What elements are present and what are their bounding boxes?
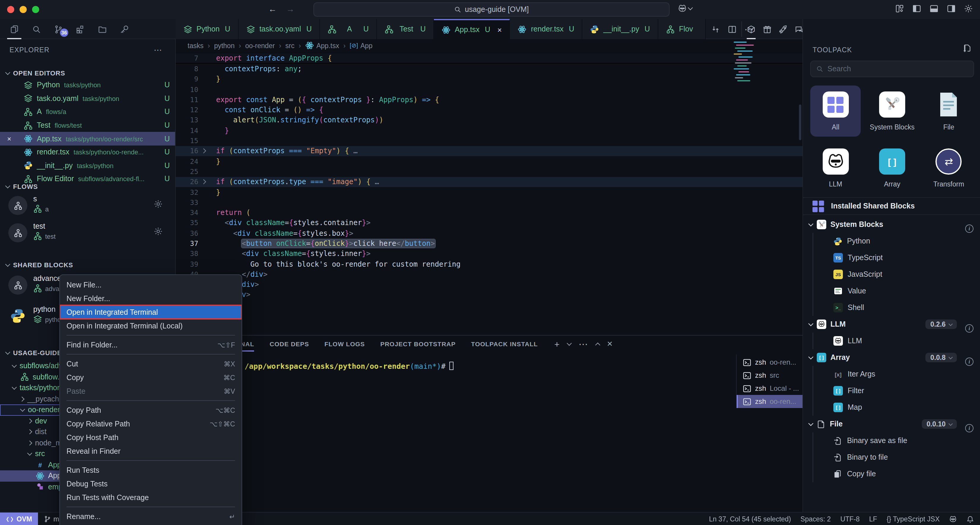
block-python[interactable]: Python: [813, 233, 980, 249]
block-binary-to-file[interactable]: Binary to file: [813, 449, 980, 466]
block-javascript[interactable]: JSJavaScript: [813, 266, 980, 283]
key-icon[interactable]: [118, 19, 130, 39]
terminal-session[interactable]: zshLocal - ...: [737, 382, 802, 395]
open-editor-App.tsx[interactable]: × App.tsx tasks/python/oo-render/src U: [0, 132, 176, 145]
group-file[interactable]: File 0.0.10 i: [803, 416, 980, 432]
notifications-bell-icon[interactable]: [966, 515, 974, 523]
version-select[interactable]: 0.0.10: [922, 419, 957, 429]
terminal-prompt[interactable]: /app/workspace/tasks/python/oo-render (m…: [245, 362, 453, 370]
breadcrumb-src[interactable]: src: [285, 42, 295, 49]
editor-scrollbar[interactable]: [799, 105, 801, 140]
tab-Python[interactable]: Python U: [176, 19, 239, 39]
code-line-16[interactable]: 16 if (contextProps === "Empty") { …: [176, 146, 802, 156]
tab-Flov[interactable]: Flov: [658, 19, 705, 39]
tab-A[interactable]: A U: [320, 19, 377, 39]
group-array[interactable]: [ ]Array 0.0.8 i: [803, 349, 980, 366]
version-select[interactable]: 0.2.6: [926, 319, 957, 329]
maximize-panel-icon[interactable]: [595, 342, 600, 348]
category-file[interactable]: File: [923, 86, 974, 137]
tab-Test[interactable]: Test U: [377, 19, 434, 39]
group-system-blocks[interactable]: System Blocks i: [803, 216, 980, 233]
layout-grid-icon[interactable]: [895, 4, 904, 13]
assistant-menu-button[interactable]: [678, 4, 692, 13]
open-editor-Test[interactable]: Test flows/test U: [0, 119, 176, 132]
code-line-33[interactable]: 33: [176, 197, 802, 207]
minimap[interactable]: [733, 41, 776, 95]
menu-item-debug-tests[interactable]: Debug Tests: [60, 477, 242, 491]
code-line-25[interactable]: 25: [176, 167, 802, 177]
open-editors-section[interactable]: OPEN EDITORS: [6, 70, 65, 77]
category-transform[interactable]: ⇄ Transform: [923, 142, 974, 194]
code-line-10[interactable]: 10: [176, 85, 802, 95]
menu-item-run-tests-with-coverage[interactable]: Run Tests with Coverage: [60, 491, 242, 504]
open-editor-__init__.py[interactable]: __init__.py tasks/python U: [0, 159, 176, 172]
diff-icon[interactable]: [711, 25, 720, 34]
block-llm[interactable]: LLM: [813, 333, 980, 349]
code-line-26[interactable]: 26 if (contextProps.type === "image") { …: [176, 177, 802, 187]
back-icon[interactable]: ←: [268, 4, 277, 14]
category-array[interactable]: [ ] Array: [867, 142, 918, 194]
tab-render.tsx[interactable]: render.tsx U: [510, 19, 582, 39]
panel-tab-flow-logs[interactable]: FLOW LOGS: [325, 335, 365, 352]
code-line-13[interactable]: 13 alert(JSON.stringify(contextProps)): [176, 115, 802, 126]
breadcrumb-python[interactable]: python: [214, 42, 234, 49]
flow-settings-icon[interactable]: [154, 227, 163, 236]
extensions-icon[interactable]: [74, 19, 86, 39]
menu-item-find-in-folder-[interactable]: Find in Folder...⌥⇧F: [60, 338, 242, 351]
forward-icon[interactable]: →: [286, 4, 294, 14]
flows-section[interactable]: FLOWS: [6, 183, 38, 190]
panel-tab-project-bootstrap[interactable]: PROJECT BOOTSTRAP: [380, 335, 456, 352]
status-item[interactable]: {} TypeScript JSX: [886, 515, 940, 523]
close-panel-icon[interactable]: ×: [607, 338, 612, 349]
code-line-42[interactable]: 42 </div>: [176, 290, 802, 300]
menu-item-reveal-in-finder[interactable]: Reveal in Finder: [60, 444, 242, 458]
block-iter-args[interactable]: [x]Iter Args: [813, 366, 980, 383]
code-line-9[interactable]: 9 }: [176, 74, 802, 85]
close-editor-icon[interactable]: ×: [7, 134, 11, 143]
menu-item-rename-[interactable]: Rename...↵: [60, 509, 242, 523]
minimize-traffic-light[interactable]: [19, 6, 27, 13]
breadcrumb-App.tsx[interactable]: App.tsx: [305, 41, 339, 50]
flow-item-test[interactable]: test test: [0, 222, 176, 249]
explorer-icon[interactable]: [8, 19, 20, 39]
status-item[interactable]: LF: [869, 515, 877, 523]
tab-__init__.py[interactable]: __init__.py U: [582, 19, 658, 39]
status-item[interactable]: Ln 37, Col 54 (45 selected): [709, 515, 791, 523]
block-copy-file[interactable]: Copy file: [813, 466, 980, 482]
menu-item-new-file-[interactable]: New File...: [60, 278, 242, 292]
toolpack-cube-icon[interactable]: [747, 19, 756, 39]
code-line-24[interactable]: 24 }: [176, 156, 802, 167]
settings-gear-icon[interactable]: [964, 4, 973, 13]
source-control-icon[interactable]: 36: [52, 19, 64, 39]
menu-item-open-in-integrated-terminal[interactable]: Open in Integrated Terminal: [60, 305, 242, 319]
flow-item-s[interactable]: s a: [0, 195, 176, 222]
maximize-traffic-light[interactable]: [32, 6, 39, 13]
menu-item-run-tests[interactable]: Run Tests: [60, 463, 242, 477]
code-line-41[interactable]: 41 </div>: [176, 279, 802, 290]
code-editor[interactable]: tasks›python›oo-render›src›App.tsx›[⊘]Ap…: [176, 39, 802, 335]
panel-tab-toolpack-install[interactable]: TOOLPACK INSTALL: [471, 335, 538, 352]
code-line-8[interactable]: 8 contextProps: any;: [176, 64, 802, 74]
flow-settings-icon[interactable]: [154, 199, 163, 209]
category-llm[interactable]: LLM: [810, 142, 861, 194]
gift-icon[interactable]: [763, 19, 772, 39]
category-all[interactable]: All: [810, 86, 861, 137]
code-line-36[interactable]: 36 <div className={styles.box}>: [176, 228, 802, 238]
open-editor-Python[interactable]: Python tasks/python U: [0, 78, 176, 92]
usage-guide-section[interactable]: USAGE-GUIDE [: [6, 349, 66, 356]
version-select[interactable]: 0.0.8: [926, 353, 957, 362]
panel-right-icon[interactable]: [947, 4, 956, 13]
block-value[interactable]: Value: [813, 283, 980, 299]
block-filter[interactable]: [ ]Filter: [813, 383, 980, 399]
menu-item-copy-relative-path[interactable]: Copy Relative Path⌥⇧⌘C: [60, 417, 242, 431]
new-toolpack-icon[interactable]: [963, 44, 972, 53]
block-shell[interactable]: >_Shell: [813, 299, 980, 316]
new-terminal-icon[interactable]: +: [554, 339, 560, 349]
menu-item-open-in-integrated-terminal-local-[interactable]: Open in Integrated Terminal (Local): [60, 319, 242, 333]
terminal-session[interactable]: zshsrc: [737, 369, 802, 382]
rocket-icon[interactable]: [779, 19, 788, 39]
open-editor-task.oo.yaml[interactable]: task.oo.yaml tasks/python U: [0, 92, 176, 105]
panel-more-icon[interactable]: ⋯: [578, 338, 588, 349]
open-editor-A[interactable]: A flows/a U: [0, 105, 176, 118]
explorer-more-icon[interactable]: ⋯: [154, 45, 162, 55]
